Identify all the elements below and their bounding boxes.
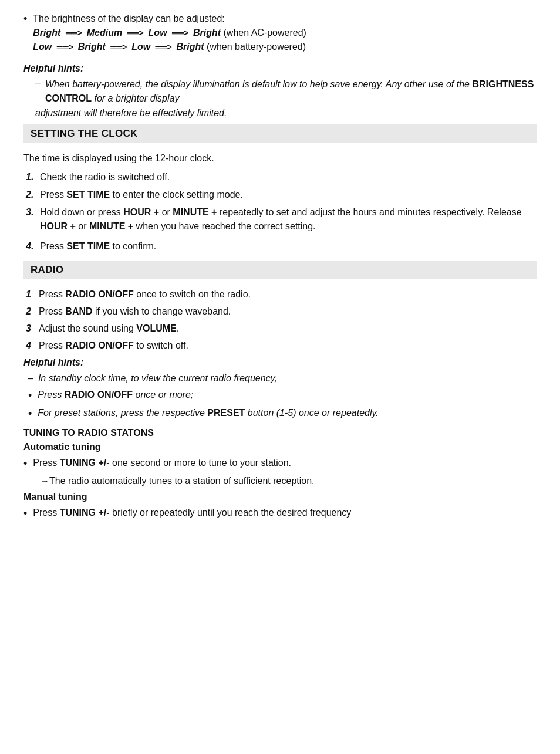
brightness-bullet-item: • The brightness of the display can be a… bbox=[23, 12, 537, 54]
low-ac: Low bbox=[149, 28, 167, 38]
radio-steps-list: 1 Press RADIO ON/OFF once to switch on t… bbox=[26, 288, 537, 353]
tuning-main-title: TUNING TO RADIO STATONS bbox=[23, 428, 537, 438]
brightness-ac-line: Bright ══> Medium ══> Low ══> Bright (wh… bbox=[33, 26, 306, 40]
radio-hints-list: – In standby clock time, to view the cur… bbox=[28, 371, 537, 422]
radio-hint-bullet-dot-1: • bbox=[28, 388, 32, 404]
arrow-ac-3: ══> bbox=[172, 28, 191, 38]
hint-dash-symbol: – bbox=[35, 77, 41, 88]
radio-step-3-num: 3 bbox=[26, 322, 39, 336]
bright-ac-1: Bright bbox=[33, 28, 60, 38]
radio-step-1-num: 1 bbox=[26, 288, 39, 302]
radio-hint-dash-text: In standby clock time, to view the curre… bbox=[38, 371, 277, 386]
ac-powered-label: (when AC-powered) bbox=[224, 28, 306, 38]
radio-step-3-text: Adjust the sound using VOLUME. bbox=[39, 322, 179, 336]
radio-hint-bullet-2: • For preset stations, press the respect… bbox=[28, 406, 537, 422]
radio-step-4: 4 Press RADIO ON/OFF to switch off. bbox=[26, 339, 537, 353]
clock-step-4-text: Press SET TIME to confirm. bbox=[40, 239, 537, 253]
arrow-bat-3: ══> bbox=[156, 42, 174, 52]
auto-tuning-bullet-dot: • bbox=[23, 456, 27, 472]
arrow-bat-2: ══> bbox=[110, 42, 129, 52]
radio-step-4-num: 4 bbox=[26, 339, 39, 353]
brightness-battery-line: Low ══> Bright ══> Low ══> Bright (when … bbox=[33, 40, 306, 54]
adjustment-line: adjustment will therefore be effectively… bbox=[35, 108, 537, 119]
auto-tuning-arrow-text: →The radio automatically tunes to a stat… bbox=[40, 474, 537, 488]
clock-intro-text: The time is displayed using the 12-hour … bbox=[23, 151, 537, 165]
medium-ac: Medium bbox=[87, 28, 122, 38]
clock-step-2-text: Press SET TIME to enter the clock settin… bbox=[40, 188, 537, 202]
automatic-tuning-title: Automatic tuning bbox=[23, 442, 537, 452]
radio-step-2-text: Press BAND if you wish to change waveban… bbox=[39, 305, 231, 319]
low-battery-2: Low bbox=[131, 42, 150, 52]
tuning-section: TUNING TO RADIO STATONS Automatic tuning… bbox=[23, 428, 537, 522]
helpful-hints-1-title: Helpful hints: bbox=[23, 63, 537, 74]
manual-tuning-text: Press TUNING +/- briefly or repeatedly u… bbox=[33, 506, 351, 520]
radio-hint-bullet-text-2: For preset stations, press the respectiv… bbox=[38, 406, 378, 420]
radio-hint-bullet-dot-2: • bbox=[28, 406, 32, 422]
radio-hint-dash-symbol: – bbox=[28, 371, 33, 386]
clock-step-3-num: 3. bbox=[26, 205, 40, 219]
clock-step-1-num: 1. bbox=[26, 170, 40, 184]
radio-header: RADIO bbox=[23, 261, 537, 279]
bright-battery-1: Bright bbox=[78, 42, 106, 52]
brightness-intro-line: The brightness of the display can be adj… bbox=[33, 12, 306, 26]
radio-step-2: 2 Press BAND if you wish to change waveb… bbox=[26, 305, 537, 319]
hint-text-1: When battery-powered, the display illumi… bbox=[45, 77, 537, 106]
manual-tuning-bullet-dot: • bbox=[23, 506, 27, 522]
clock-step-4-num: 4. bbox=[26, 239, 40, 253]
clock-step-2-num: 2. bbox=[26, 188, 40, 202]
manual-tuning-title: Manual tuning bbox=[23, 492, 537, 502]
radio-step-1-text: Press RADIO ON/OFF once to switch on the… bbox=[39, 288, 251, 302]
low-battery-1: Low bbox=[33, 42, 52, 52]
radio-step-2-num: 2 bbox=[26, 305, 39, 319]
radio-hint-bullet-text-1: Press RADIO ON/OFF once or more; bbox=[38, 388, 193, 402]
clock-step-4: 4. Press SET TIME to confirm. bbox=[26, 239, 537, 253]
arrow-ac-1: ══> bbox=[66, 28, 85, 38]
radio-helpful-hints-title: Helpful hints: bbox=[23, 357, 537, 368]
brightness-content: The brightness of the display can be adj… bbox=[33, 12, 306, 54]
helpful-hints-1-section: Helpful hints: – When battery-powered, t… bbox=[23, 63, 537, 119]
automatic-tuning-item: • Press TUNING +/- one second or more to… bbox=[23, 456, 537, 472]
arrow-ac-2: ══> bbox=[127, 28, 146, 38]
setting-clock-header: SETTING THE CLOCK bbox=[23, 124, 537, 143]
intro-section: • The brightness of the display can be a… bbox=[23, 12, 537, 54]
radio-hint-bullet-1: • Press RADIO ON/OFF once or more; bbox=[28, 388, 537, 404]
clock-step-3-text: Hold down or press HOUR + or MINUTE + re… bbox=[40, 205, 537, 234]
clock-step-2: 2. Press SET TIME to enter the clock set… bbox=[26, 188, 537, 202]
bullet-dot: • bbox=[23, 12, 27, 26]
radio-step-3: 3 Adjust the sound using VOLUME. bbox=[26, 322, 537, 336]
clock-step-3: 3. Hold down or press HOUR + or MINUTE +… bbox=[26, 205, 537, 234]
hint-dash-item-1: – When battery-powered, the display illu… bbox=[35, 77, 537, 106]
radio-hint-dash-1: – In standby clock time, to view the cur… bbox=[28, 371, 537, 386]
clock-step-1-text: Check the radio is switched off. bbox=[40, 170, 537, 184]
clock-step-1: 1. Check the radio is switched off. bbox=[26, 170, 537, 184]
radio-step-1: 1 Press RADIO ON/OFF once to switch on t… bbox=[26, 288, 537, 302]
clock-steps-list: 1. Check the radio is switched off. 2. P… bbox=[26, 170, 537, 253]
bright-ac-2: Bright bbox=[193, 28, 221, 38]
radio-section: 1 Press RADIO ON/OFF once to switch on t… bbox=[23, 288, 537, 422]
manual-tuning-item: • Press TUNING +/- briefly or repeatedly… bbox=[23, 506, 537, 522]
radio-step-4-text: Press RADIO ON/OFF to switch off. bbox=[39, 339, 188, 353]
auto-tuning-text: Press TUNING +/- one second or more to t… bbox=[33, 456, 291, 470]
battery-powered-label: (when battery-powered) bbox=[207, 42, 306, 52]
arrow-bat-1: ══> bbox=[57, 42, 76, 52]
bright-battery-2: Bright bbox=[177, 42, 204, 52]
